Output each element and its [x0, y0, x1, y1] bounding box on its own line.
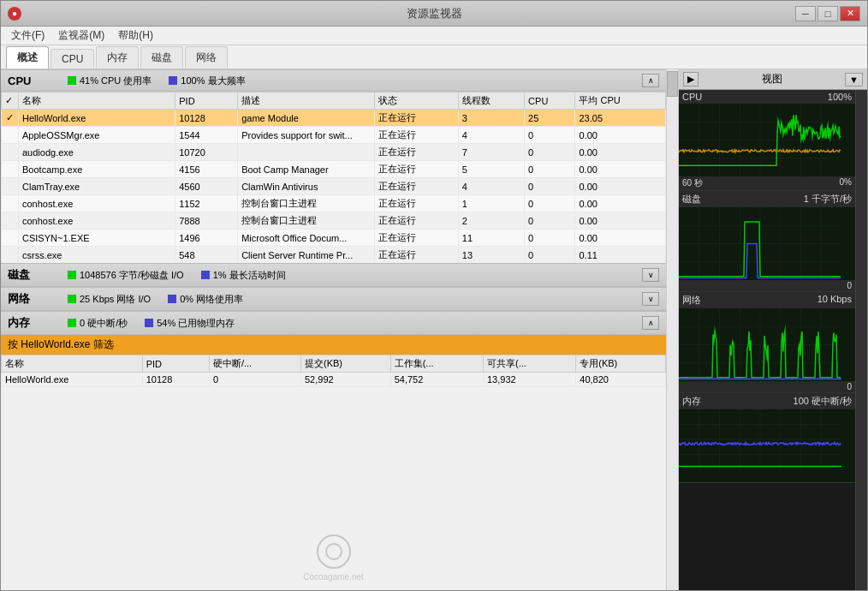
cpu-row-status: 正在运行 [375, 212, 459, 230]
right-panel: ▶ 视图 ▼ CPU 100% 60 秒 0% 磁盘 1 千字节/秒 [679, 69, 867, 590]
right-chart-scrollbar[interactable] [855, 90, 867, 590]
chart-canvas-2 [679, 308, 841, 381]
cpu-table-row[interactable]: AppleOSSMgr.exe 1544 Provides support fo… [2, 127, 666, 144]
cpu-table: ✓ 名称 PID 描述 状态 线程数 CPU 平均 CPU [1, 92, 666, 263]
cpu-row-status: 正在运行 [375, 127, 459, 144]
cpu-col-name[interactable]: 名称 [19, 93, 175, 110]
cpu-row-check[interactable] [2, 212, 19, 230]
cpu-row-check[interactable] [2, 161, 19, 178]
title-bar: ● 资源监视器 ─ □ ✕ [1, 1, 867, 27]
right-panel-nav-button[interactable]: ▶ [683, 72, 699, 87]
cpu-stats: 41% CPU 使用率 100% 最大频率 [68, 75, 642, 87]
disk-section-header[interactable]: 磁盘 1048576 字节/秒磁盘 I/O 1% 最长活动时间 [1, 263, 666, 287]
cpu-row-avgcpu: 0.00 [575, 161, 666, 178]
disk-stat2: 1% 最长活动时间 [201, 269, 286, 282]
cpu-table-row[interactable]: CSISYN~1.EXE 1496 Microsoft Office Docum… [2, 230, 666, 247]
memory-filter-label: 按 HelloWorld.exe 筛选 [8, 338, 114, 350]
mem-col-commit[interactable]: 提交(KB) [300, 355, 390, 373]
cpu-col-threads[interactable]: 线程数 [458, 93, 524, 110]
menu-help[interactable]: 帮助(H) [111, 27, 160, 45]
network-stat1-dot [68, 295, 76, 303]
tab-network[interactable]: 网络 [185, 46, 228, 69]
cpu-table-row[interactable]: ClamTray.exe 4560 ClamWin Antivirus 正在运行… [2, 178, 666, 195]
cpu-row-avgcpu: 0.00 [575, 195, 666, 212]
cpu-table-row[interactable]: conhost.exe 1152 控制台窗口主进程 正在运行 1 0 0.00 [2, 195, 666, 212]
cpu-col-status[interactable]: 状态 [375, 93, 459, 110]
memory-table-container: 名称 PID 硬中断/... 提交(KB) 工作集(... 可共享(... 专用… [1, 355, 666, 526]
cpu-row-avgcpu: 0.00 [575, 230, 666, 247]
cpu-table-row[interactable]: audiodg.exe 10720 正在运行 7 0 0.00 [2, 144, 666, 161]
disk-title: 磁盘 [8, 267, 59, 283]
mem-table-row[interactable]: HelloWorld.exe 10128 0 52,992 54,752 13,… [2, 373, 666, 387]
cpu-section-header[interactable]: CPU 41% CPU 使用率 100% 最大频率 [1, 69, 666, 92]
memory-section-header[interactable]: 内存 0 硬中断/秒 54% 已用物理内存 [1, 311, 666, 335]
cpu-row-check[interactable] [2, 144, 19, 161]
network-section-header[interactable]: 网络 25 Kbps 网络 I/O 0% 网络使用率 [1, 287, 666, 311]
close-button[interactable]: ✕ [840, 6, 860, 21]
mem-col-workingset[interactable]: 工作集(... [390, 355, 483, 373]
mem-col-name[interactable]: 名称 [2, 355, 143, 373]
cpu-table-row[interactable]: csrss.exe 548 Client Server Runtime Pr..… [2, 247, 666, 264]
cpu-row-check[interactable] [2, 178, 19, 195]
cpu-col-desc[interactable]: 描述 [238, 93, 375, 110]
cpu-row-pid: 10720 [175, 144, 238, 161]
cpu-stat1-label: 41% CPU 使用率 [80, 75, 152, 87]
restore-button[interactable]: □ [817, 6, 838, 21]
cpu-row-status: 正在运行 [375, 195, 459, 212]
watermark-text: Cocoagame.net [303, 572, 364, 582]
mem-col-shareable[interactable]: 可共享(... [483, 355, 575, 373]
memory-collapse-button[interactable]: ∧ [642, 316, 659, 330]
menu-file[interactable]: 文件(F) [4, 27, 51, 45]
chart-footer-right-0: 0% [840, 177, 852, 189]
chart-value-0: 100% [828, 92, 852, 102]
network-stat2-label: 0% 网络使用率 [180, 293, 243, 306]
tab-memory[interactable]: 内存 [96, 46, 139, 69]
network-section: 网络 25 Kbps 网络 I/O 0% 网络使用率 [1, 287, 666, 311]
chart-section-内存: 内存 100 硬中断/秒 [679, 393, 855, 483]
tab-overview[interactable]: 概述 [6, 46, 49, 69]
scrollbar-thumb[interactable] [667, 71, 678, 97]
mem-col-private[interactable]: 专用(KB) [576, 355, 666, 373]
network-stat1-label: 25 Kbps 网络 I/O [80, 293, 151, 306]
menu-monitor[interactable]: 监视器(M) [51, 27, 111, 45]
chart-body-2 [679, 308, 855, 381]
watermark-icon [317, 534, 351, 569]
mem-col-pid[interactable]: PID [142, 355, 209, 373]
cpu-row-desc: Boot Camp Manager [238, 161, 375, 178]
window-controls: ─ □ ✕ [795, 6, 860, 21]
cpu-row-status: 正在运行 [375, 110, 459, 127]
main-scrollbar[interactable] [666, 69, 678, 590]
right-panel-dropdown-button[interactable]: ▼ [845, 73, 863, 87]
tab-disk[interactable]: 磁盘 [140, 46, 183, 69]
chart-footer-right-1: 0 [847, 281, 852, 290]
cpu-row-cpu: 25 [525, 110, 575, 127]
mem-col-hardfaults[interactable]: 硬中断/... [209, 355, 300, 373]
cpu-col-pid[interactable]: PID [175, 93, 238, 110]
cpu-row-status: 正在运行 [375, 144, 459, 161]
cpu-row-avgcpu: 0.00 [575, 178, 666, 195]
cpu-table-row[interactable]: conhost.exe 7888 控制台窗口主进程 正在运行 2 0 0.00 [2, 212, 666, 230]
cpu-table-row[interactable]: Bootcamp.exe 4156 Boot Camp Manager 正在运行… [2, 161, 666, 178]
cpu-row-check[interactable] [2, 247, 19, 264]
cpu-row-name: csrss.exe [19, 247, 175, 264]
cpu-row-check[interactable] [2, 230, 19, 247]
minimize-button[interactable]: ─ [795, 6, 816, 21]
cpu-row-check[interactable] [2, 127, 19, 144]
cpu-row-pid: 1496 [175, 230, 238, 247]
cpu-row-cpu: 0 [525, 144, 575, 161]
cpu-row-check[interactable]: ✓ [2, 110, 19, 127]
cpu-collapse-button[interactable]: ∧ [642, 74, 659, 87]
cpu-col-cpu[interactable]: CPU [525, 93, 575, 110]
cpu-row-avgcpu: 0.11 [575, 247, 666, 264]
cpu-col-avgcpu[interactable]: 平均 CPU [575, 93, 666, 110]
network-collapse-button[interactable]: ∨ [642, 292, 659, 306]
cpu-row-check[interactable] [2, 195, 19, 212]
tab-cpu[interactable]: CPU [51, 49, 94, 69]
cpu-table-row[interactable]: ✓ HelloWorld.exe 10128 game Module 正在运行 … [2, 110, 666, 127]
disk-collapse-button[interactable]: ∨ [642, 268, 659, 282]
cpu-row-threads: 5 [458, 161, 524, 178]
chart-section-磁盘: 磁盘 1 千字节/秒 0 [679, 191, 855, 292]
cpu-row-status: 正在运行 [375, 161, 459, 178]
cpu-row-desc: Microsoft Office Docum... [238, 230, 375, 247]
chart-footer-right-2: 0 [847, 382, 852, 391]
